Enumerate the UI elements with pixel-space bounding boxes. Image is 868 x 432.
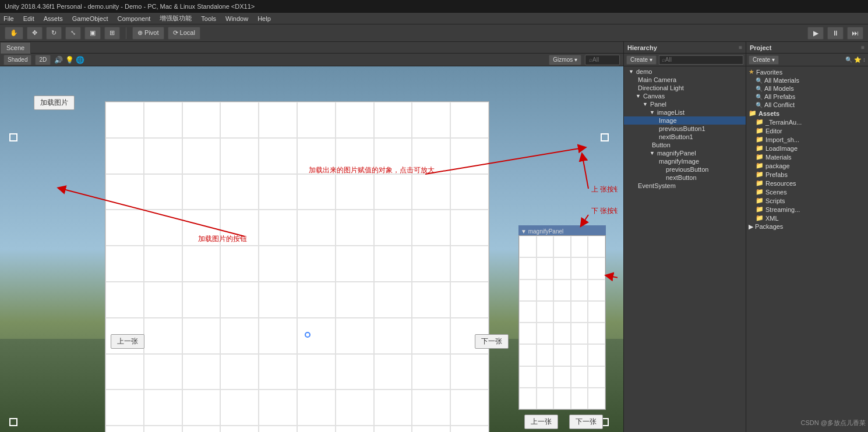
asset-label-editor: Editor [765, 128, 782, 134]
asset-item-streaming[interactable]: 📁Streaming... [746, 205, 868, 214]
hierarchy-item-panel[interactable]: ▼Panel [624, 100, 746, 108]
grid-cell [412, 389, 450, 426]
menu-enhanced[interactable]: 增强版功能 [158, 14, 193, 23]
hierarchy-item-label-panel: Panel [650, 101, 666, 108]
load-image-button[interactable]: 加载图片 [34, 95, 75, 110]
hierarchy-item-canvas[interactable]: ▼Canvas [624, 92, 746, 100]
folder-icon-scripts: 📁 [756, 197, 764, 204]
magnify-grid-cell [537, 257, 554, 279]
menu-window[interactable]: Window [224, 15, 249, 22]
favorites-header[interactable]: ★Favorites [746, 68, 868, 76]
asset-item-loadimage[interactable]: 📁LoadImage [746, 144, 868, 153]
step-btn[interactable]: ⏭ [847, 27, 863, 40]
hier-arrow-imageList: ▼ [650, 109, 655, 115]
pause-btn[interactable]: ⏸ [827, 27, 844, 40]
shading-btn[interactable]: Shaded [3, 55, 31, 65]
favorites-item-all-prefabs[interactable]: 🔍All Prefabs [746, 93, 868, 101]
rotate-tool-btn[interactable]: ↻ [46, 27, 62, 40]
move-tool-btn[interactable]: ✥ [27, 27, 43, 40]
scene-viewport[interactable]: // Create grid cells for(let i=0;i<100;i… [0, 66, 623, 432]
magnify-grid-cell [537, 279, 554, 301]
magnify-grid-cell [519, 323, 537, 344]
grid-cell [259, 389, 297, 426]
scene-tab[interactable]: Scene [0, 42, 31, 54]
magnify-prev-button[interactable]: 上一张 [524, 415, 558, 429]
next-button[interactable]: 下一张 [475, 334, 509, 349]
menu-tools[interactable]: Tools [200, 15, 217, 22]
grid-cell [259, 426, 297, 432]
asset-item-scenes[interactable]: 📁Scenes [746, 187, 868, 196]
folder-icon-terrain-au: 📁 [756, 118, 764, 126]
packages-item[interactable]: ▶ Packages [746, 222, 868, 231]
gizmos-btn[interactable]: Gizmos ▾ [549, 55, 581, 65]
grid-cell [336, 354, 374, 390]
hierarchy-item-prevBtn1[interactable]: previousButton1 [624, 125, 746, 133]
transform-tool-btn[interactable]: ⊞ [104, 27, 120, 40]
2d-btn[interactable]: 2D [35, 55, 51, 65]
scale-tool-btn[interactable]: ⤡ [65, 27, 81, 40]
corner-handle-bl[interactable] [9, 418, 17, 426]
menu-assets[interactable]: Assets [43, 15, 64, 22]
asset-item-package[interactable]: 📁package [746, 161, 868, 170]
grid-cell [336, 318, 374, 354]
local-btn[interactable]: ⟳ Local [168, 27, 200, 40]
asset-item-import-sh[interactable]: 📁Import_sh... [746, 135, 868, 144]
packages-label: ▶ Packages [749, 223, 783, 231]
favorites-item-all-conflict[interactable]: 🔍All Conflict [746, 101, 868, 109]
blue-dot [305, 332, 310, 338]
asset-item-materials[interactable]: 📁Materials [746, 153, 868, 161]
menu-component[interactable]: Component [116, 15, 151, 22]
asset-item-terrain-au[interactable]: 📁_TerrainAu... [746, 118, 868, 126]
rect-tool-btn[interactable]: ▣ [84, 27, 101, 40]
corner-handle-tr[interactable] [601, 133, 609, 141]
asset-label-prefabs: Prefabs [765, 171, 788, 178]
asset-item-scripts[interactable]: 📁Scripts [746, 196, 868, 205]
favorites-item-all-models[interactable]: 🔍All Models [746, 84, 868, 93]
project-create-btn[interactable]: Create ▾ [749, 55, 779, 65]
corner-handle-tl[interactable] [9, 133, 17, 141]
hierarchy-item-button[interactable]: Button [624, 141, 746, 149]
grid-cell [105, 389, 144, 426]
menu-help[interactable]: Help [256, 15, 272, 22]
menu-file[interactable]: File [2, 15, 15, 22]
hierarchy-item-nextBtn1[interactable]: nextButton1 [624, 133, 746, 141]
hierarchy-content: ▼demoMain CameraDirectional Light▼Canvas… [624, 66, 746, 432]
asset-item-resources[interactable]: 📁Resources [746, 179, 868, 187]
grid-cell [374, 354, 412, 390]
hierarchy-item-imageList[interactable]: ▼imageList [624, 108, 746, 116]
hierarchy-item-dir-light[interactable]: Directional Light [624, 84, 746, 92]
hierarchy-search-input[interactable] [659, 55, 743, 65]
hierarchy-create-btn[interactable]: Create ▾ [626, 55, 657, 65]
hierarchy-item-image[interactable]: Image [624, 116, 746, 125]
pivot-btn[interactable]: ⊕ Pivot [132, 27, 164, 40]
magnify-grid-cell [553, 323, 571, 344]
grid-cell [144, 426, 182, 432]
scene-search[interactable] [585, 55, 620, 65]
menu-edit[interactable]: Edit [22, 15, 36, 22]
folder-icon-editor: 📁 [756, 127, 764, 134]
magnify-grid-cell [571, 236, 588, 257]
hierarchy-item-eventSystem[interactable]: EventSystem [624, 182, 746, 190]
prev-button[interactable]: 上一张 [111, 334, 144, 349]
hierarchy-item-magnifyPanel[interactable]: ▼magnifyPanel [624, 149, 746, 157]
svg-line-11 [609, 276, 618, 296]
asset-item-xml-folder[interactable]: 📁XML [746, 214, 868, 222]
asset-item-editor[interactable]: 📁Editor [746, 126, 868, 135]
hierarchy-item-nextButton[interactable]: nextButton [624, 173, 746, 182]
asset-item-prefabs[interactable]: 📁Prefabs [746, 170, 868, 179]
grid-cell [336, 138, 374, 174]
magnify-grid-cell [553, 344, 571, 366]
menu-gameobject[interactable]: GameObject [71, 15, 110, 22]
hierarchy-item-demo[interactable]: ▼demo [624, 68, 746, 76]
hierarchy-item-main-camera[interactable]: Main Camera [624, 76, 746, 84]
magnify-panel: for(let i=0;i<40;i++){ const cell = docu… [518, 235, 606, 410]
magnify-grid-cell [519, 344, 537, 366]
hand-tool-btn[interactable]: ✋ [5, 27, 23, 40]
favorites-item-all-materials[interactable]: 🔍All Materials [746, 76, 868, 84]
play-btn[interactable]: ▶ [807, 27, 824, 40]
hierarchy-item-magnifyImage[interactable]: magnifyImage [624, 157, 746, 165]
magnify-next-button[interactable]: 下一张 [569, 415, 603, 429]
hierarchy-item-prevButton[interactable]: previousButton [624, 165, 746, 173]
hierarchy-header: Hierarchy ≡ [624, 42, 746, 54]
assets-header[interactable]: 📁Assets [746, 109, 868, 118]
